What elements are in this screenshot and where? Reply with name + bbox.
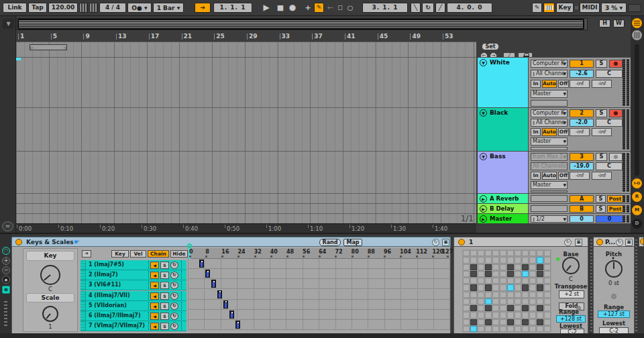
scale-grid-cell[interactable] [500, 326, 506, 332]
optimize-width-button[interactable]: W [613, 19, 625, 27]
scale-grid-cell[interactable] [492, 292, 499, 298]
monitor-in-button[interactable]: In [531, 80, 541, 88]
track-header-row[interactable]: ▶Master‖ 1/2▼00 [478, 213, 631, 223]
chain-row[interactable]: 6 (IImaj7/IIImaj7)◀S↻ [80, 311, 186, 321]
key-zones-tab[interactable]: Key [111, 250, 129, 258]
device-drag-strip[interactable] [635, 237, 638, 335]
scale-grid-cell[interactable] [500, 250, 506, 256]
scale-grid-cell[interactable] [492, 312, 499, 318]
scale-grid-cell[interactable] [492, 305, 499, 311]
device-on-toggle[interactable] [596, 239, 603, 245]
time-signature-field[interactable]: 4 / 4 [99, 3, 126, 13]
lane-track-black[interactable] [16, 107, 476, 151]
chain-drag-handle[interactable] [80, 311, 86, 321]
quantize-selector[interactable]: 1 Bar ▼ [153, 3, 184, 13]
track-header-row[interactable]: ▼Bassfrom Max 1▼All ChannelsInAutoOffMas… [478, 151, 631, 193]
save-preset-icon[interactable]: ▣ [625, 239, 633, 246]
scale-grid-cell[interactable] [463, 284, 470, 290]
key-zone-row[interactable] [188, 290, 450, 300]
scale-grid-cell[interactable] [463, 305, 470, 311]
scale-grid-cell[interactable] [537, 305, 543, 311]
input-channel-selector[interactable]: ‖ All Channe▼ [531, 119, 568, 127]
pre-post-toggle[interactable]: Post [607, 205, 623, 213]
mixer-sections-icon[interactable] [632, 30, 642, 40]
scale-grid-cell[interactable] [529, 305, 536, 311]
midi-map-mode-button[interactable]: MIDI [580, 3, 600, 13]
scale-grid-cell[interactable] [544, 284, 551, 290]
scale-mapping-grid[interactable] [462, 249, 551, 333]
scale-grid-cell[interactable] [507, 264, 514, 270]
scale-grid-cell[interactable] [485, 257, 492, 263]
track-header-row[interactable]: ▼WhiteComputer K▼‖ All Channe▼InAutoOffM… [478, 57, 631, 107]
scale-grid-cell[interactable] [529, 326, 536, 332]
scale-grid-cell[interactable] [537, 284, 543, 290]
link-button[interactable]: Link [3, 3, 27, 13]
device-keys-and-scales[interactable]: Keys & Scales ☛ Rand Map ↻ ▣ Key C Scale… [11, 237, 451, 335]
chain-hot-swap-icon[interactable]: ↻ [170, 323, 178, 330]
hot-swap-icon[interactable]: ↻ [564, 239, 572, 246]
scale-grid-cell[interactable] [500, 319, 506, 325]
solo-button[interactable]: S [596, 153, 607, 161]
chain-hot-swap-icon[interactable]: ↻ [170, 313, 178, 320]
chain-drag-handle[interactable] [80, 270, 86, 280]
scale-grid-cell[interactable] [537, 292, 543, 298]
loop-end-handle[interactable]: ◁ [63, 45, 66, 50]
macro-scale-knob[interactable] [42, 306, 58, 322]
scale-grid-cell[interactable] [522, 292, 529, 298]
chain-hot-swap-icon[interactable]: ↻ [170, 302, 178, 310]
scale-grid-cell[interactable] [485, 264, 492, 270]
loop-length-field[interactable]: 4. 0. 0 [447, 3, 492, 13]
rand-button[interactable]: Rand [319, 239, 341, 246]
scale-grid-cell[interactable] [500, 312, 506, 318]
chain-hot-swap-icon[interactable]: ↻ [170, 272, 178, 279]
chain-drag-handle[interactable] [80, 321, 86, 331]
scale-grid-cell[interactable] [470, 312, 477, 318]
scale-grid-cell[interactable] [478, 284, 484, 290]
scale-grid-cell[interactable] [522, 278, 529, 284]
monitor-in-button[interactable]: In [531, 172, 541, 180]
scale-grid-cell[interactable] [500, 284, 506, 290]
session-record-box-icon[interactable]: ◻ [335, 2, 345, 13]
scale-grid-cell[interactable] [463, 271, 470, 277]
pan-field[interactable]: C [596, 70, 623, 78]
track-name-cell[interactable]: ▼White [478, 58, 529, 107]
return-name-cell[interactable]: ▶B Delay [478, 204, 529, 213]
chain-drag-handle[interactable] [80, 301, 86, 311]
chain-speaker-button[interactable]: ◀ [150, 282, 159, 289]
scale-grid-cell[interactable] [492, 284, 499, 290]
scale-grid-cell[interactable] [522, 264, 529, 270]
chain-solo-button[interactable]: S [160, 302, 169, 310]
zoom-in-button[interactable]: + [2, 257, 10, 265]
input-type-selector[interactable]: from Max 1▼ [531, 153, 568, 161]
key-zone-row[interactable] [188, 269, 450, 279]
scale-grid-cell[interactable] [492, 264, 499, 270]
drag-handle[interactable] [4, 299, 7, 326]
scale-grid-cell[interactable] [529, 257, 536, 263]
scale-grid-cell[interactable] [515, 264, 521, 270]
scale-grid-cell[interactable] [500, 298, 506, 304]
scale-grid-cell[interactable] [470, 250, 477, 256]
scale-grid-cell[interactable] [522, 271, 529, 277]
scale-grid-cell[interactable] [537, 298, 543, 304]
chain-row[interactable]: 1 (Imaj7#5)◀S↻ [80, 260, 186, 270]
scale-grid-cell[interactable] [463, 278, 470, 284]
scale-grid-cell[interactable] [507, 284, 514, 290]
follow-selection-icon[interactable]: ● [2, 276, 10, 284]
scale-grid-cell[interactable] [500, 305, 506, 311]
device-title-bar[interactable]: P... ↻ ▣ [593, 237, 635, 247]
scale-grid-cell[interactable] [478, 278, 484, 284]
device-on-toggle[interactable] [15, 239, 22, 245]
hot-swap-icon[interactable]: ↻ [432, 239, 439, 246]
map-dot-icon[interactable] [611, 294, 616, 299]
macro-key-knob[interactable] [40, 265, 60, 285]
scale-grid-cell[interactable] [529, 264, 536, 270]
scale-grid-cell[interactable] [522, 298, 529, 304]
scale-grid-cell[interactable] [515, 257, 521, 263]
solo-button[interactable]: S [596, 109, 607, 117]
tap-tempo-button[interactable]: Tap [28, 3, 47, 13]
key-zone-marker[interactable] [229, 311, 234, 319]
track-number-unfold[interactable]: 1 [570, 60, 594, 68]
scale-grid-cell[interactable] [470, 257, 477, 263]
scale-grid-cell[interactable] [470, 278, 477, 284]
scale-grid-cell[interactable] [522, 250, 529, 256]
